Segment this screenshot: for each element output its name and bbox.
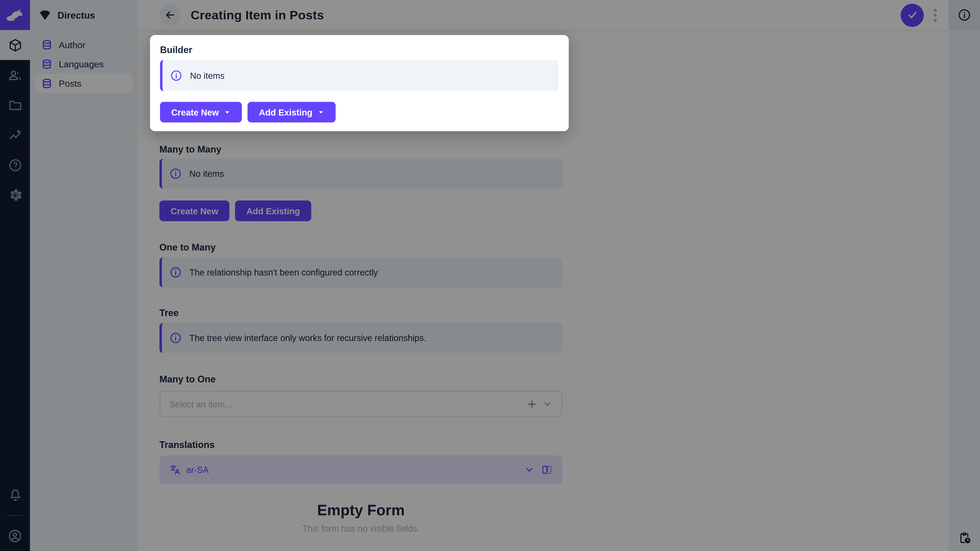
app-window: Directus Author (0, 0, 980, 551)
info-circle-icon (170, 69, 183, 82)
add-existing-dropdown-button[interactable]: Add Existing (248, 102, 335, 122)
field-label-builder: Builder (160, 44, 192, 55)
caret-down-icon (224, 109, 231, 116)
caret-down-icon (318, 109, 325, 116)
notice-text: No items (190, 71, 224, 81)
button-label: Create New (171, 107, 219, 117)
builder-field-card: Builder No items Create New Add Existing (150, 35, 569, 131)
button-label: Add Existing (259, 107, 313, 117)
builder-actions: Create New Add Existing (160, 102, 336, 122)
notice-builder: No items (160, 60, 558, 91)
create-new-dropdown-button[interactable]: Create New (160, 102, 242, 122)
